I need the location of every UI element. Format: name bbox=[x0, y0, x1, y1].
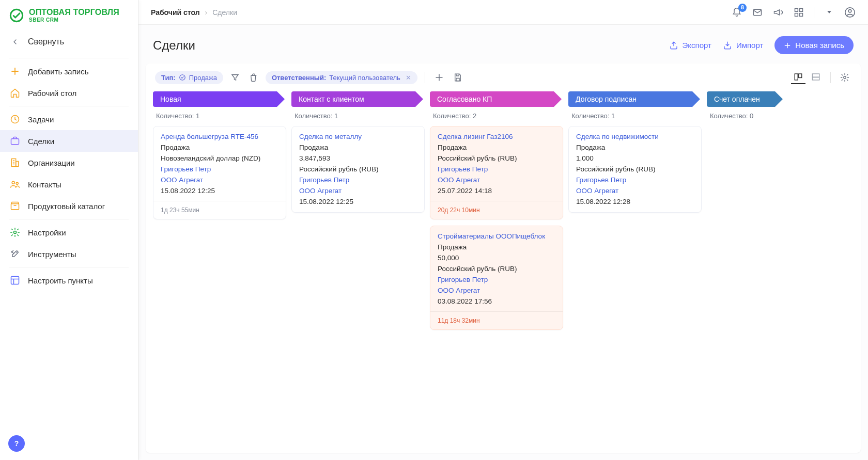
sidebar-settings[interactable]: Настройки bbox=[0, 221, 138, 243]
card-title[interactable]: Сделка по металлу bbox=[299, 132, 417, 142]
card-date: 15.08.2022 12:28 bbox=[576, 197, 694, 208]
add-filter-button[interactable] bbox=[432, 71, 446, 84]
stage-header[interactable]: Договор подписан bbox=[568, 91, 692, 107]
notifications-button[interactable]: 8 bbox=[731, 7, 742, 18]
stage-header[interactable]: Контакт с клиентом bbox=[291, 91, 415, 107]
export-icon bbox=[669, 41, 678, 50]
delete-button[interactable] bbox=[247, 71, 260, 84]
layout-icon bbox=[9, 275, 21, 286]
app-title: ОПТОВАЯ ТОРГОВЛЯ bbox=[29, 8, 119, 17]
stage-header[interactable]: Счет оплачен bbox=[707, 91, 775, 107]
sidebar-item-label: Организации bbox=[28, 158, 75, 167]
sidebar-item-orgs[interactable]: Организации bbox=[0, 152, 138, 173]
svg-rect-12 bbox=[800, 8, 803, 11]
card-title[interactable]: Аренда большегруза RTE-456 bbox=[161, 132, 278, 142]
column-count: Количество: 1 bbox=[291, 107, 425, 126]
sidebar-item-tasks[interactable]: Задачи bbox=[0, 108, 138, 130]
settings-button[interactable] bbox=[838, 71, 851, 84]
sidebar-item-desktop[interactable]: Рабочий стол bbox=[0, 82, 138, 104]
briefcase-icon bbox=[9, 135, 21, 147]
card-org[interactable]: ООО Агрегат bbox=[438, 175, 555, 186]
mail-button[interactable] bbox=[752, 7, 763, 18]
export-button[interactable]: Экспорт bbox=[669, 41, 711, 50]
card-amount: 3,847,593 bbox=[299, 153, 417, 164]
svg-rect-19 bbox=[799, 74, 802, 78]
breadcrumb-root[interactable]: Рабочий стол bbox=[151, 8, 200, 17]
sidebar-settings-label: Настройки bbox=[28, 228, 66, 237]
sidebar-add-label: Добавить запись bbox=[28, 67, 89, 76]
sidebar-add-record[interactable]: Добавить запись bbox=[0, 60, 138, 82]
sidebar-collapse[interactable]: Свернуть bbox=[0, 28, 138, 56]
kanban-view-button[interactable] bbox=[791, 71, 805, 84]
svg-rect-3 bbox=[11, 159, 16, 167]
svg-point-17 bbox=[179, 75, 185, 81]
new-record-label: Новая запись bbox=[795, 41, 844, 50]
deal-card[interactable]: Сделка по металлу Продажа 3,847,593 Росс… bbox=[291, 126, 425, 213]
help-button[interactable]: ? bbox=[8, 435, 25, 452]
sidebar-item-catalog[interactable]: Продуктовый каталог bbox=[0, 195, 138, 217]
notifications-badge: 8 bbox=[738, 4, 747, 12]
column-count: Количество: 1 bbox=[568, 107, 702, 126]
sidebar-item-deals[interactable]: Сделки bbox=[0, 130, 138, 152]
plus-icon bbox=[9, 66, 21, 77]
sidebar-configure-label: Настроить пункты bbox=[28, 276, 93, 285]
svg-rect-20 bbox=[812, 74, 819, 80]
announce-button[interactable] bbox=[772, 7, 784, 18]
filter-button[interactable] bbox=[228, 71, 242, 84]
svg-rect-4 bbox=[16, 162, 19, 167]
card-owner[interactable]: Григорьев Петр bbox=[438, 275, 555, 285]
deal-card[interactable]: Аренда большегруза RTE-456 Продажа Новоз… bbox=[153, 126, 286, 219]
card-type: Продажа bbox=[438, 142, 555, 153]
save-view-button[interactable] bbox=[451, 71, 464, 84]
list-view-button[interactable] bbox=[809, 71, 823, 84]
card-owner[interactable]: Григорьев Петр bbox=[161, 164, 278, 175]
card-currency: Новозеландский доллар (NZD) bbox=[161, 153, 278, 164]
card-amount: 1,000 bbox=[576, 153, 694, 164]
divider bbox=[830, 72, 831, 83]
deal-card[interactable]: Сделка по недвижимости Продажа 1,000 Рос… bbox=[568, 126, 702, 213]
card-owner[interactable]: Григорьев Петр bbox=[576, 175, 694, 186]
filter-chip-type[interactable]: Тип: Продажа bbox=[155, 71, 223, 84]
stage-header[interactable]: Новая bbox=[153, 91, 277, 107]
profile-button[interactable] bbox=[844, 7, 856, 18]
card-org[interactable]: ООО Агрегат bbox=[438, 285, 555, 296]
card-owner[interactable]: Григорьев Петр bbox=[438, 164, 555, 175]
card-title[interactable]: Сделка по недвижимости bbox=[576, 132, 694, 142]
card-owner[interactable]: Григорьев Петр bbox=[299, 175, 417, 186]
page-header: Сделки Экспорт Импорт Новая запись bbox=[138, 25, 868, 64]
question-icon: ? bbox=[14, 439, 19, 448]
sidebar-configure[interactable]: Настроить пункты bbox=[0, 269, 138, 291]
import-icon bbox=[723, 41, 732, 50]
card-org[interactable]: ООО Агрегат bbox=[161, 175, 278, 186]
svg-rect-9 bbox=[11, 277, 19, 284]
card-org[interactable]: ООО Агрегат bbox=[299, 186, 417, 197]
card-currency: Российский рубль (RUB) bbox=[438, 153, 555, 164]
deal-card[interactable]: Сделка лизинг Газ2106 Продажа Российский… bbox=[430, 126, 563, 219]
chip-value: Продажа bbox=[189, 74, 217, 82]
deal-card[interactable]: Стройматериалы ОООПищеблок Продажа 50,00… bbox=[430, 226, 563, 330]
new-record-button[interactable]: Новая запись bbox=[774, 36, 854, 54]
sidebar-item-contacts[interactable]: Контакты bbox=[0, 173, 138, 195]
svg-point-8 bbox=[14, 231, 17, 234]
card-type: Продажа bbox=[438, 242, 555, 253]
stage-header[interactable]: Согласовано КП bbox=[430, 91, 554, 107]
chevron-left-icon bbox=[9, 38, 21, 46]
card-type: Продажа bbox=[299, 142, 417, 153]
svg-rect-14 bbox=[800, 13, 803, 16]
toolbar: Тип: Продажа Ответственный: Текущий поль… bbox=[153, 71, 854, 91]
card-org[interactable]: ООО Агрегат bbox=[576, 186, 694, 197]
topbar-actions: 8 bbox=[731, 7, 856, 18]
svg-rect-2 bbox=[11, 139, 19, 145]
stage-title: Счет оплачен bbox=[714, 95, 760, 103]
sidebar-tools[interactable]: Инструменты bbox=[0, 243, 138, 265]
card-title[interactable]: Стройматериалы ОООПищеблок bbox=[438, 231, 555, 242]
dropdown-button[interactable] bbox=[824, 7, 835, 18]
close-icon[interactable]: ✕ bbox=[406, 74, 411, 82]
import-button[interactable]: Импорт bbox=[723, 41, 763, 50]
apps-button[interactable] bbox=[793, 7, 804, 18]
gear-icon bbox=[9, 227, 21, 238]
caret-down-icon bbox=[827, 11, 831, 13]
card-title[interactable]: Сделка лизинг Газ2106 bbox=[438, 132, 555, 142]
filter-chip-responsible[interactable]: Ответственный: Текущий пользователь ✕ bbox=[266, 71, 417, 84]
svg-point-6 bbox=[16, 182, 18, 184]
